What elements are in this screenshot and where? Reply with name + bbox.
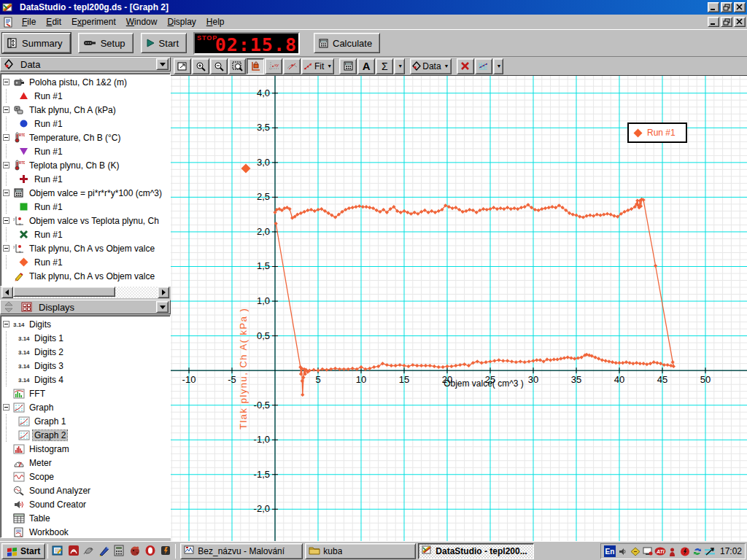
- statistics-button[interactable]: Σ: [376, 58, 393, 74]
- display-item-digits-4[interactable]: 3.14Digits 4: [1, 373, 170, 386]
- legend-box[interactable]: Run #1: [627, 122, 687, 143]
- scale-to-fit-button[interactable]: [174, 58, 191, 74]
- display-item-scope[interactable]: Scope: [1, 470, 170, 483]
- zoom-out-button[interactable]: [210, 58, 228, 74]
- display-item-workbook[interactable]: Workbook: [1, 525, 170, 538]
- menu-display[interactable]: Display: [162, 15, 201, 28]
- data-item-3[interactable]: RTDTeplota plynu, Ch B (K): [1, 158, 170, 172]
- data-item-7[interactable]: Tlak plynu, Ch A vs Objem valce: [1, 269, 170, 283]
- tray-powerstrip-icon[interactable]: [679, 545, 691, 557]
- data-item-5[interactable]: yxObjem valce vs Teplota plynu, Ch: [1, 214, 170, 228]
- display-item-digits-1[interactable]: 3.14Digits 1: [1, 331, 170, 345]
- task-button-2[interactable]: kuba: [305, 543, 416, 559]
- tray-sync-icon[interactable]: [692, 545, 703, 557]
- panel-splitter-icon[interactable]: [2, 302, 15, 313]
- tray-network-icon[interactable]: [704, 545, 716, 557]
- start-button[interactable]: Start: [141, 33, 187, 53]
- child-restore-button[interactable]: [721, 17, 732, 27]
- quicklaunch-calculator-icon[interactable]: [112, 543, 127, 559]
- display-item-sound-creator[interactable]: Sound Creator: [1, 497, 170, 511]
- menu-edit[interactable]: Edit: [41, 15, 66, 28]
- graph-settings-button[interactable]: [475, 58, 492, 74]
- document-icon[interactable]: [1, 17, 14, 28]
- graph-canvas[interactable]: -10-551015202530354045504,03,53,02,52,01…: [171, 76, 747, 542]
- display-item-fft[interactable]: FFT: [1, 386, 170, 400]
- start-menu-button[interactable]: Start: [1, 543, 45, 559]
- display-item-graph-1[interactable]: Graph 1: [1, 414, 170, 428]
- run-item[interactable]: Run #1: [1, 228, 170, 241]
- menu-experiment[interactable]: Experiment: [66, 15, 121, 28]
- display-item-graph-2[interactable]: Graph 2: [1, 428, 170, 442]
- collapse-toggle[interactable]: [3, 106, 9, 113]
- display-item-digits[interactable]: 3.14Digits: [1, 317, 170, 331]
- close-button[interactable]: [734, 2, 746, 12]
- collapse-toggle[interactable]: [3, 404, 9, 411]
- keyboard-layout-indicator[interactable]: En: [604, 545, 616, 557]
- run-item[interactable]: Run #1: [1, 200, 170, 214]
- title-bar[interactable]: DataStudio - tepl200g.ds - [Graph 2]: [0, 0, 747, 15]
- data-tree-hscrollbar[interactable]: [1, 287, 169, 298]
- run-item[interactable]: Run #1: [1, 89, 170, 103]
- statistics-dropdown[interactable]: ▼: [394, 58, 405, 74]
- child-close-button[interactable]: [734, 17, 746, 27]
- display-item-digits-2[interactable]: 3.14Digits 2: [1, 345, 170, 359]
- zoom-select-button[interactable]: [228, 58, 246, 74]
- run-item[interactable]: Run #1: [1, 172, 170, 186]
- displays-dropdown-arrow[interactable]: [156, 301, 169, 313]
- graph-settings-dropdown[interactable]: ▼: [493, 58, 504, 74]
- quicklaunch-winamp-icon[interactable]: [158, 543, 173, 559]
- display-item-table[interactable]: Table: [1, 511, 170, 525]
- restore-button[interactable]: [721, 2, 732, 12]
- slope-tool-button[interactable]: xy: [265, 58, 282, 74]
- data-menu-button[interactable]: Data ▼: [410, 58, 451, 74]
- quicklaunch-dragon-icon[interactable]: [127, 543, 142, 559]
- data-item-4[interactable]: Objem valce = pi*r*r*y*100 (cm^3): [1, 186, 170, 200]
- task-button-3[interactable]: DataStudio - tepl200...: [418, 543, 534, 559]
- displays-panel-header[interactable]: Displays: [0, 300, 171, 314]
- calculate-button[interactable]: Calculate: [314, 33, 380, 53]
- scroll-right-arrow[interactable]: [158, 287, 169, 298]
- display-item-meter[interactable]: Meter: [1, 456, 170, 470]
- menu-file[interactable]: File: [17, 15, 41, 28]
- quicklaunch-notes-icon[interactable]: [50, 543, 66, 559]
- delete-button[interactable]: [457, 58, 474, 74]
- child-minimize-button[interactable]: [708, 17, 719, 27]
- quicklaunch-opera-icon[interactable]: [142, 543, 158, 559]
- quicklaunch-bird-icon[interactable]: [81, 543, 96, 559]
- quicklaunch-acrobat-icon[interactable]: [66, 543, 81, 559]
- collapse-toggle[interactable]: [3, 217, 9, 224]
- scrollbar-track[interactable]: [13, 287, 158, 298]
- plot-area[interactable]: -10-551015202530354045504,03,53,02,52,01…: [171, 75, 747, 541]
- tray-volume-icon[interactable]: [617, 545, 629, 557]
- fit-menu-button[interactable]: Fit ▼: [301, 58, 334, 74]
- minimize-button[interactable]: [708, 2, 719, 12]
- data-panel-header[interactable]: Data: [0, 57, 171, 71]
- menu-window[interactable]: Window: [121, 15, 163, 28]
- scroll-left-arrow[interactable]: [1, 287, 13, 298]
- data-item-0[interactable]: Poloha pistu, Ch 1&2 (m): [1, 75, 170, 89]
- data-item-6[interactable]: yxTlak plynu, Ch A vs Objem valce: [1, 241, 170, 255]
- collapse-toggle[interactable]: [3, 321, 9, 327]
- data-dropdown-arrow[interactable]: [156, 58, 169, 70]
- text-annotation-button[interactable]: A: [357, 58, 375, 74]
- summary-button[interactable]: Summary: [2, 33, 71, 53]
- scrollbar-thumb[interactable]: [13, 287, 115, 297]
- collapse-toggle[interactable]: [3, 245, 9, 252]
- graph-calculator-button[interactable]: [339, 58, 357, 74]
- collapse-toggle[interactable]: [3, 190, 9, 196]
- menu-help[interactable]: Help: [201, 15, 230, 28]
- setup-button[interactable]: Setup: [78, 33, 133, 53]
- data-item-2[interactable]: RTDTemperature, Ch B (°C): [1, 131, 170, 144]
- quicklaunch-pen-icon[interactable]: [96, 543, 112, 559]
- display-item-sound-analyzer[interactable]: Sound Analyzer: [1, 483, 170, 497]
- tray-scheduler-icon[interactable]: [630, 545, 641, 557]
- display-item-graph[interactable]: Graph: [1, 400, 170, 414]
- data-item-1[interactable]: Tlak plynu, Ch A (kPa): [1, 103, 170, 117]
- run-item[interactable]: Run #1: [1, 144, 170, 158]
- run-item[interactable]: Run #1: [1, 117, 170, 131]
- collapse-toggle[interactable]: [3, 79, 9, 85]
- smart-tool-button[interactable]: [247, 58, 264, 74]
- display-item-histogram[interactable]: Histogram: [1, 442, 170, 456]
- collapse-toggle[interactable]: [3, 134, 9, 141]
- tray-ati-icon[interactable]: ATi: [654, 545, 666, 557]
